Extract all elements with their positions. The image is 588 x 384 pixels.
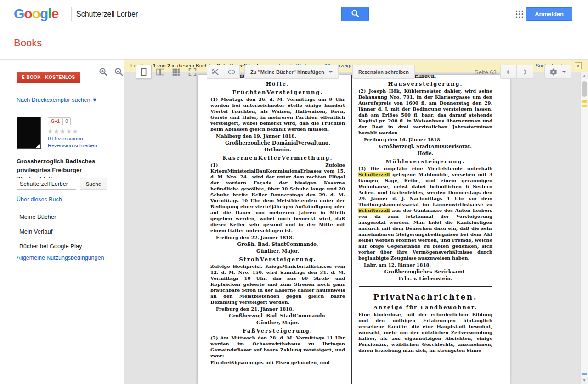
ebook-free-button[interactable]: E-BOOK - KOSTENLOS — [17, 72, 80, 83]
scan-text-block: Freiburg den 16. Jänner 1818. — [358, 137, 492, 143]
scan-text-block: Mühleversteigerung. — [358, 158, 492, 165]
scan-text-block: Eine kinderlose, mit der erforderlichen … — [358, 312, 492, 353]
search-hit-highlight: Schutterzell — [358, 208, 390, 213]
scan-text-block: Orthwein. — [210, 147, 345, 153]
terms-of-service-link[interactable]: Allgemeine Nutzungsbedingungen — [17, 255, 104, 261]
scan-text-block: Lahr, am 12. Jänner 1818. — [358, 262, 492, 268]
scan-text-block: Höfle. — [210, 81, 345, 87]
scroll-down-arrow-icon[interactable]: ▼ — [581, 377, 588, 384]
sidebar-item-my-books[interactable]: Meine Bücher — [19, 213, 56, 220]
single-page-view-button[interactable] — [136, 65, 152, 79]
scan-text-block: FaßVersteigerung. — [210, 328, 345, 334]
scan-text-block: Großh. Bad. StadtCommando. — [210, 241, 345, 247]
scan-text-block: (1) Montags den 26. d. M. Vormittags um … — [210, 96, 345, 132]
vertical-scrollbar[interactable]: ▲ ▼ — [580, 72, 588, 384]
clip-scissors-icon[interactable] — [207, 65, 223, 79]
add-to-library-label: Zu "Meine Bücher" hinzufügen — [250, 69, 324, 75]
sign-in-button[interactable]: Anmelden — [526, 7, 572, 21]
scan-text-block: StrohVersteigerung. — [210, 256, 345, 262]
page-nav-group — [500, 65, 533, 79]
books-toolbar: Books — [0, 28, 588, 60]
write-review-label: Rezension schreiben — [358, 69, 409, 75]
scrollbar-thumb[interactable] — [582, 81, 587, 97]
reviews-count-link[interactable]: 0 Rezensionen — [48, 136, 83, 141]
close-icon[interactable]: × — [575, 62, 582, 69]
scan-text-block: (3) Die ungefähr eine Viertelstunde unte… — [358, 166, 492, 261]
scan-text-block: Hausversteigerung. — [358, 81, 492, 87]
write-review-link[interactable]: Rezension schreiben — [48, 143, 97, 148]
chevron-down-icon — [562, 71, 566, 73]
scroll-up-arrow-icon[interactable]: ▲ — [581, 72, 588, 79]
about-this-book-link[interactable]: Über dieses Buch — [17, 196, 62, 203]
scan-text-block: Ein dreißigsaumiges mit Eisen gebunden, … — [210, 360, 345, 366]
scan-text-block: KasernenKellerVermiethung. — [210, 155, 345, 161]
chevron-down-icon — [329, 71, 333, 73]
logo-letter: G — [14, 6, 24, 21]
sidebar-item-google-play-books[interactable]: Bücher bei Google Play — [19, 243, 82, 250]
star-rating[interactable]: ★★★★★ — [47, 128, 79, 135]
fullscreen-icon[interactable] — [185, 65, 200, 79]
scan-text-block: Großherzogliches Bezirksamt. — [358, 269, 492, 275]
current-position-marker — [582, 373, 587, 375]
scan-text-block: (1) Zufolge KriegsMinisterialBauKommissi… — [210, 162, 345, 234]
scan-text-block: Mahlberg den 19. Jänner 1818. — [210, 133, 345, 139]
search-hit-marker — [582, 105, 587, 107]
logo-letter: e — [51, 6, 59, 21]
scan-text-block: Günther, Major. — [210, 320, 345, 326]
apps-grid-icon[interactable] — [514, 9, 525, 19]
previous-page-button[interactable] — [500, 65, 517, 79]
scan-text-block: Freiburg den 22. Jänner 1818. — [210, 234, 345, 240]
logo-letter: o — [32, 6, 40, 21]
in-book-search-input[interactable] — [17, 178, 76, 190]
scan-text-block: PrivatNachrichten. — [358, 292, 492, 301]
scan-column-right: Hingen.Hausversteigerung.(2) Joseph Hök,… — [351, 75, 494, 384]
logo-letter: g — [40, 6, 48, 21]
share-link-icon[interactable] — [223, 65, 240, 79]
search-hit-highlight: Schutterzell — [358, 172, 390, 177]
scan-rule — [359, 286, 492, 287]
logo-letter: o — [24, 6, 32, 21]
thumbnail-view-button[interactable] — [168, 65, 184, 79]
search-hit-marker — [582, 100, 587, 103]
gear-icon — [549, 68, 558, 76]
scan-text-block: Zufolge Hochpreisl. KriegsMinisterialErl… — [210, 263, 345, 305]
zoom-in-icon[interactable] — [98, 67, 109, 78]
write-review-button[interactable]: Rezension schreiben — [352, 65, 415, 79]
scan-column-left: Großherzoglichen OberamtsRevisorat.Höfle… — [209, 75, 351, 384]
clip-link-group — [207, 65, 240, 79]
settings-button[interactable] — [544, 65, 571, 79]
page-fold-decoration — [35, 143, 40, 148]
scan-text-block: (2) Joseph Hök, Küblermeister dahier, wi… — [358, 88, 492, 136]
plus-one-count: 0 — [63, 117, 71, 125]
plus-one-widget: G+1 0 — [48, 117, 71, 125]
scan-text-block: FrüchtenVersteigerung. — [210, 89, 345, 95]
sidebar-item-my-history[interactable]: Mein Verlauf — [19, 228, 52, 235]
scanned-book-page[interactable]: Großherzoglichen OberamtsRevisorat.Höfle… — [198, 75, 510, 384]
plus-one-button[interactable]: G+1 — [48, 117, 63, 125]
scan-text-block: Großherzogl. StadtAmtsRevisorat. — [358, 144, 492, 150]
sidebar: E-BOOK - KOSTENLOS Nach Druckexemplar su… — [0, 60, 124, 384]
search-input[interactable] — [71, 7, 341, 21]
two-page-view-button[interactable] — [153, 65, 168, 79]
zoom-out-icon[interactable] — [113, 67, 124, 78]
books-brand: Books — [14, 37, 42, 49]
next-page-button[interactable] — [517, 65, 533, 79]
scan-text-block: Freiburg den 21. Jänner 1818. — [210, 306, 345, 312]
find-print-copy-link[interactable]: Nach Druckexemplar suchen ▼ — [17, 97, 97, 103]
book-cover-thumbnail[interactable] — [17, 117, 41, 149]
scan-text-block: Günther, Major. — [210, 248, 345, 254]
scan-text-block: Frhr. v. Liebenstein. — [358, 276, 492, 282]
page-number-label: Seite 63 — [475, 69, 497, 76]
scan-text-block: Großherzogliche DomänialVerwaltung. — [210, 140, 345, 146]
top-header: Google Anmelden — [0, 0, 588, 28]
search-button[interactable] — [341, 7, 369, 21]
book-title-line1: Grossherzoglich Badisches — [17, 157, 114, 166]
scan-text-block: Höfle. — [358, 150, 492, 156]
in-book-search-button[interactable]: Suche — [80, 178, 107, 190]
add-to-library-button[interactable]: Zu "Meine Bücher" hinzufügen — [244, 65, 339, 79]
search-icon — [350, 8, 360, 20]
scan-text-block: Großherzogl. Bad. StadtCommando. — [210, 313, 345, 319]
global-search — [71, 7, 341, 21]
google-logo[interactable]: Google — [14, 6, 58, 22]
scan-text-block: (2) Am Mittwoch den 28. d. M. Vormittags… — [210, 335, 345, 359]
